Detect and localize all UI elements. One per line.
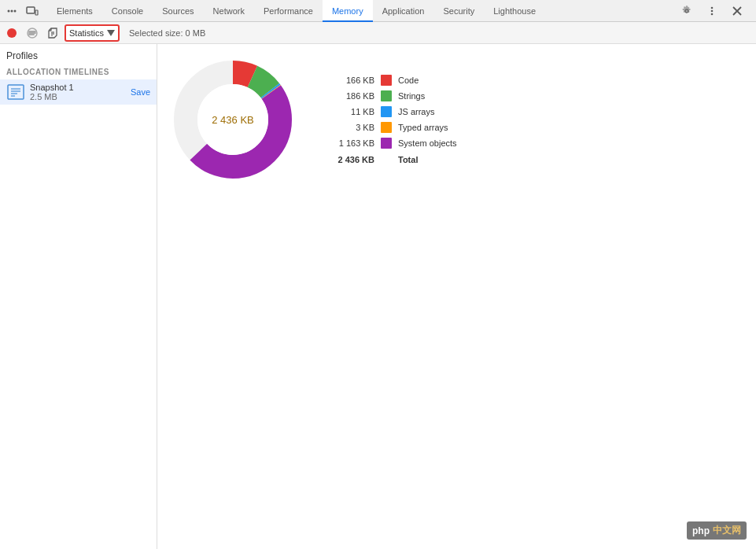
cn-text: 中文网 (713, 524, 741, 537)
snapshot-name: Snapshot 1 (30, 83, 74, 92)
php-text: php (692, 525, 710, 536)
snapshot-icon (6, 83, 25, 101)
tab-network[interactable]: Network (204, 0, 254, 22)
svg-point-6 (711, 9, 714, 12)
selected-size: Selected size: 0 MB (129, 28, 205, 38)
chevron-down-icon (107, 30, 115, 36)
devtools-tab-bar: Elements Console Sources Network Perform… (0, 0, 756, 22)
memory-toolbar: Statistics Selected size: 0 MB (0, 22, 756, 44)
sidebar: Profiles ALLOCATION TIMELINES Snapshot 1… (0, 44, 157, 549)
tabs-right (677, 2, 753, 20)
legend-color-strings (381, 90, 392, 101)
svg-point-5 (711, 6, 714, 9)
tab-lighthouse[interactable]: Lighthouse (484, 0, 545, 22)
legend-color-typed (381, 122, 392, 133)
tab-sources[interactable]: Sources (153, 0, 203, 22)
settings-icon[interactable] (677, 2, 696, 20)
clear-button[interactable] (44, 24, 61, 42)
legend-size-jsarrays: 11 KB (327, 107, 374, 116)
record-button[interactable] (3, 24, 20, 42)
php-badge: php 中文网 (687, 521, 747, 540)
stop-button[interactable] (24, 24, 41, 42)
legend-label-strings: Strings (398, 91, 425, 101)
legend-total-size: 2 436 KB (327, 155, 374, 164)
more-icon[interactable] (703, 2, 721, 20)
tab-application[interactable]: Application (373, 0, 434, 22)
svg-point-1 (11, 9, 13, 12)
save-button[interactable]: Save (131, 87, 150, 97)
menu-icon[interactable] (3, 2, 20, 20)
svg-point-0 (8, 9, 10, 12)
snapshot-text: Snapshot 1 2.5 MB (30, 83, 74, 101)
statistics-label: Statistics (69, 28, 104, 38)
legend-row-strings: 186 KB Strings (327, 90, 457, 101)
tabs-left: Elements Console Sources Network Perform… (3, 0, 545, 22)
svg-rect-21 (8, 85, 24, 99)
main-area: Profiles ALLOCATION TIMELINES Snapshot 1… (0, 44, 756, 549)
legend: 166 KB Code 186 KB Strings 11 KB JS arra… (327, 75, 457, 164)
legend-row-jsarrays: 11 KB JS arrays (327, 106, 457, 117)
content-area: 2 436 KB 166 KB Code 186 KB Strings 11 K… (157, 44, 756, 549)
tab-elements[interactable]: Elements (47, 0, 102, 22)
legend-color-jsarrays (381, 106, 392, 117)
legend-label-jsarrays: JS arrays (398, 107, 434, 116)
legend-size-code: 166 KB (327, 76, 374, 85)
svg-marker-20 (107, 30, 115, 36)
legend-label-typed: Typed arrays (398, 123, 448, 132)
responsive-icon[interactable] (24, 2, 41, 20)
svg-rect-4 (35, 10, 38, 15)
tab-security[interactable]: Security (433, 0, 484, 22)
legend-label-code: Code (398, 76, 419, 85)
stats-area: 2 436 KB 166 KB Code 186 KB Strings 11 K… (170, 57, 743, 182)
legend-row-typed: 3 KB Typed arrays (327, 122, 457, 133)
legend-size-strings: 186 KB (327, 91, 374, 101)
svg-point-7 (711, 13, 714, 15)
snapshot-size: 2.5 MB (30, 92, 74, 101)
legend-color-system (381, 138, 392, 149)
legend-total-row: 2 436 KB Total (327, 155, 457, 164)
svg-point-10 (7, 28, 17, 38)
donut-chart: 2 436 KB (170, 57, 296, 182)
legend-size-system: 1 163 KB (327, 138, 374, 148)
legend-size-typed: 3 KB (327, 123, 374, 132)
snapshot-item[interactable]: Snapshot 1 2.5 MB Save (0, 79, 157, 105)
tab-memory[interactable]: Memory (323, 0, 373, 22)
legend-total-label: Total (398, 155, 418, 164)
profiles-label: Profiles (0, 44, 157, 64)
close-icon[interactable] (728, 2, 747, 20)
tab-console[interactable]: Console (102, 0, 153, 22)
legend-row-system: 1 163 KB System objects (327, 138, 457, 149)
donut-center-label: 2 436 KB (212, 114, 254, 126)
legend-label-system: System objects (398, 138, 457, 148)
statistics-dropdown[interactable]: Statistics (65, 24, 120, 42)
legend-row-code: 166 KB Code (327, 75, 457, 86)
svg-rect-3 (27, 7, 35, 13)
tab-performance[interactable]: Performance (254, 0, 323, 22)
svg-point-2 (14, 9, 17, 12)
allocation-timelines-label: ALLOCATION TIMELINES (0, 64, 157, 79)
legend-color-code (381, 75, 392, 86)
